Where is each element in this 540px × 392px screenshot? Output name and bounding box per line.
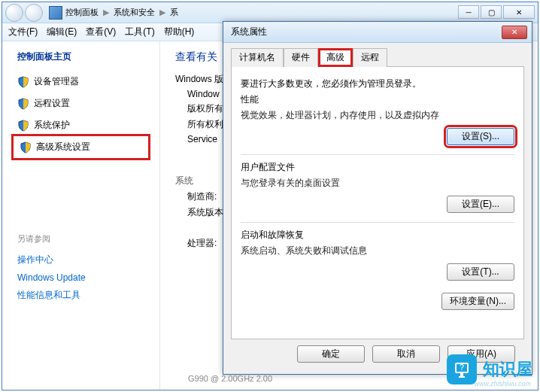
watermark-icon: ? xyxy=(447,354,477,384)
sidebar-item-protection[interactable]: 系统保护 xyxy=(2,114,159,136)
window-controls: ─ ▢ ✕ xyxy=(458,5,535,19)
menu-file[interactable]: 文件(F) xyxy=(8,26,38,38)
shield-icon xyxy=(20,141,32,153)
tab-hardware[interactable]: 硬件 xyxy=(284,48,318,67)
minimize-button[interactable]: ─ xyxy=(458,5,479,19)
watermark-text: 知识屋 xyxy=(483,358,532,381)
profile-title: 用户配置文件 xyxy=(241,161,514,174)
tab-content: 要进行大多数更改，您必须作为管理员登录。 性能 视觉效果，处理器计划，内存使用，… xyxy=(231,67,524,339)
tab-list: 计算机名 硬件 高级 远程 xyxy=(231,47,524,67)
profile-settings-button[interactable]: 设置(E)... xyxy=(447,196,514,213)
svg-text:?: ? xyxy=(460,363,464,372)
env-vars-button[interactable]: 环境变量(N)... xyxy=(441,293,514,310)
shield-icon xyxy=(17,98,29,110)
sidebar-title: 控制面板主页 xyxy=(2,50,159,71)
perf-settings-button[interactable]: 设置(S)... xyxy=(447,128,514,145)
watermark: ? 知识屋 www.zhishiwu.com xyxy=(447,354,532,384)
nav-buttons xyxy=(5,4,43,22)
see-also-performance[interactable]: 性能信息和工具 xyxy=(17,286,144,305)
menu-tools[interactable]: 工具(T) xyxy=(125,26,154,38)
watermark-url: www.zhishiwu.com xyxy=(474,380,531,387)
sidebar-item-remote[interactable]: 远程设置 xyxy=(2,93,159,114)
sidebar-item-advanced[interactable]: 高级系统设置 xyxy=(11,134,150,160)
see-also-title: 另请参阅 xyxy=(17,233,144,245)
maximize-button[interactable]: ▢ xyxy=(481,5,502,19)
startup-desc: 系统启动、系统失败和调试信息 xyxy=(241,245,514,257)
menu-view[interactable]: 查看(V) xyxy=(86,26,116,38)
menu-edit[interactable]: 编辑(E) xyxy=(47,26,77,38)
dialog-body: 计算机名 硬件 高级 远程 要进行大多数更改，您必须作为管理员登录。 性能 视觉… xyxy=(223,43,532,373)
tab-computer-name[interactable]: 计算机名 xyxy=(231,48,284,67)
shield-icon xyxy=(17,120,29,132)
chevron-right-icon: ▶ xyxy=(103,8,109,17)
profile-group: 用户配置文件 与您登录有关的桌面设置 设置(E)... xyxy=(241,154,514,213)
breadcrumb-part[interactable]: 控制面板 xyxy=(65,7,99,18)
dialog-titlebar: 系统属性 ✕ xyxy=(223,22,532,43)
shield-icon xyxy=(17,76,29,88)
breadcrumb-part[interactable]: 系统和安全 xyxy=(114,7,155,18)
profile-desc: 与您登录有关的桌面设置 xyxy=(241,177,514,190)
perf-title: 性能 xyxy=(241,93,514,106)
breadcrumb-part[interactable]: 系 xyxy=(170,7,178,18)
sidebar: 控制面板主页 设备管理器 远程设置 系统保护 高级系统设置 另请参阅 操作中心 … xyxy=(2,41,160,390)
sidebar-see-also: 另请参阅 操作中心 Windows Update 性能信息和工具 xyxy=(2,233,159,305)
see-also-windows-update[interactable]: Windows Update xyxy=(17,269,144,286)
breadcrumb[interactable]: 控制面板 ▶ 系统和安全 ▶ 系 xyxy=(65,7,178,18)
ok-button[interactable]: 确定 xyxy=(297,345,365,363)
chevron-right-icon: ▶ xyxy=(159,8,165,17)
see-also-action-center[interactable]: 操作中心 xyxy=(17,251,144,269)
status-line: G990 @ 2.00GHz 2.00 xyxy=(188,374,272,383)
sidebar-item-label: 设备管理器 xyxy=(34,75,79,88)
performance-group: 性能 视觉效果，处理器计划，内存使用，以及虚拟内存 设置(S)... xyxy=(241,93,514,145)
back-button[interactable] xyxy=(5,4,23,22)
sidebar-item-label: 系统保护 xyxy=(34,119,70,132)
forward-button[interactable] xyxy=(25,4,43,22)
perf-desc: 视觉效果，处理器计划，内存使用，以及虚拟内存 xyxy=(241,109,514,122)
dialog-close-button[interactable]: ✕ xyxy=(502,26,527,39)
menu-help[interactable]: 帮助(H) xyxy=(164,26,195,38)
tab-remote[interactable]: 远程 xyxy=(353,48,387,67)
tab-advanced[interactable]: 高级 xyxy=(318,48,353,67)
system-properties-dialog: 系统属性 ✕ 计算机名 硬件 高级 远程 要进行大多数更改，您必须作为管理员登录… xyxy=(223,21,532,375)
sidebar-item-label: 高级系统设置 xyxy=(36,141,90,153)
cancel-button[interactable]: 取消 xyxy=(372,345,440,363)
admin-note: 要进行大多数更改，您必须作为管理员登录。 xyxy=(241,77,514,90)
sidebar-item-label: 远程设置 xyxy=(34,97,70,110)
titlebar: 控制面板 ▶ 系统和安全 ▶ 系 ─ ▢ ✕ xyxy=(2,2,538,23)
close-button[interactable]: ✕ xyxy=(503,5,535,19)
sidebar-item-device-manager[interactable]: 设备管理器 xyxy=(2,71,159,93)
dialog-title: 系统属性 xyxy=(231,26,267,38)
startup-group: 启动和故障恢复 系统启动、系统失败和调试信息 设置(T)... xyxy=(241,222,514,281)
startup-settings-button[interactable]: 设置(T)... xyxy=(447,263,514,281)
address-icon xyxy=(49,6,62,20)
startup-title: 启动和故障恢复 xyxy=(241,229,514,242)
